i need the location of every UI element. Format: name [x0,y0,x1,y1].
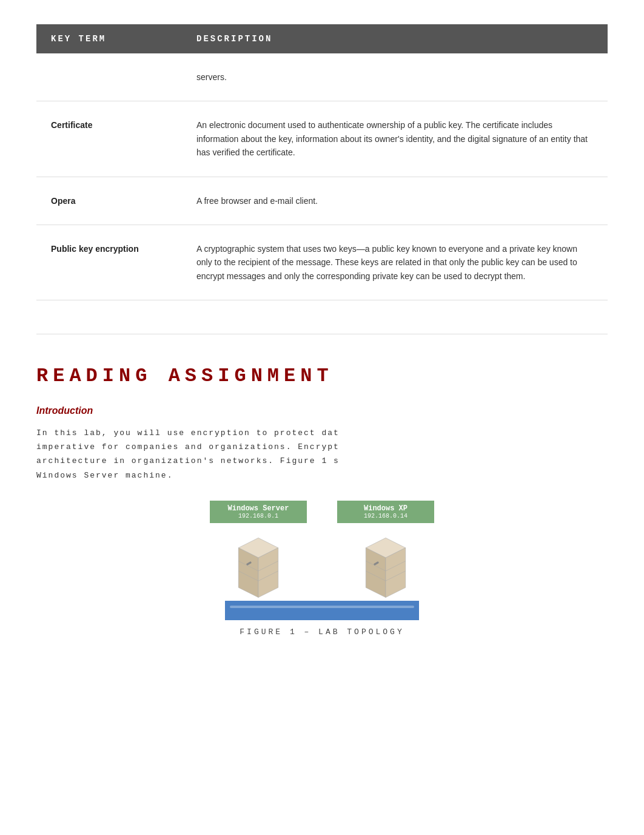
intro-subtitle: Introduction [36,405,608,416]
server1-ip: 192.168.0.1 [217,513,300,519]
reading-section: READING ASSIGNMENT Introduction In this … [36,365,608,637]
reading-title: READING ASSIGNMENT [36,365,608,387]
table-row: Opera A free browser and e-mail client. [36,177,608,225]
figure-caption: FIGURE 1 – LAB TOPOLOGY [240,627,404,637]
figure-labels: Windows Server 192.168.0.1 Windows XP 19… [195,501,449,523]
server2-ip: 192.168.0.14 [344,513,427,519]
network-bar [225,601,419,620]
col-description-header: DESCRIPTION [182,24,608,53]
key-term-table: KEY TERM DESCRIPTION servers. Certificat… [36,24,608,334]
server2-icon [349,528,422,601]
table-row: Certificate An electronic document used … [36,101,608,177]
table-row: servers. [36,53,608,101]
desc-cell: A cryptographic system that uses two key… [182,225,608,300]
server2-label: Windows XP 192.168.0.14 [337,501,434,523]
public-key-term-label: Public key encryption [51,244,139,254]
desc-cell: servers. [182,53,608,101]
desc-cell: An electronic document used to authentic… [182,101,608,177]
table-row: Public key encryption A cryptographic sy… [36,225,608,300]
term-cell [36,53,182,101]
term-cell: Opera [36,177,182,225]
term-cell: Certificate [36,101,182,177]
table-header-row: KEY TERM DESCRIPTION [36,24,608,53]
table-spacer-row [36,300,608,334]
figure-servers [195,528,449,601]
term-cell: Public key encryption [36,225,182,300]
desc-cell: A free browser and e-mail client. [182,177,608,225]
server1-label: Windows Server 192.168.0.1 [210,501,307,523]
figure-container: Windows Server 192.168.0.1 Windows XP 19… [195,501,449,637]
server1-name: Windows Server [217,504,300,513]
server2-name: Windows XP [344,504,427,513]
server1-icon [222,528,295,601]
intro-text: In this lab, you will use encryption to … [36,426,608,483]
col-keyterm-header: KEY TERM [36,24,182,53]
